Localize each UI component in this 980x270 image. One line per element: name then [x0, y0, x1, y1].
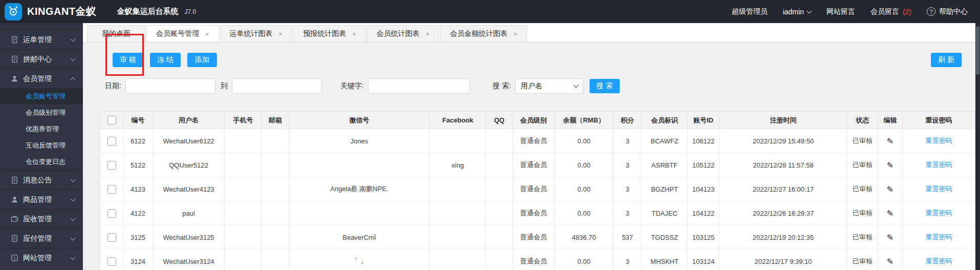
tab-forecast-stats[interactable]: 预报统计图表 × — [293, 25, 366, 42]
sidebar-subitem-member-accounts[interactable]: 会员账号管理 — [0, 88, 83, 105]
cell-wechat — [289, 153, 430, 177]
cell-points: 3 — [614, 129, 642, 153]
row-checkbox[interactable] — [107, 233, 116, 242]
close-icon[interactable]: × — [352, 30, 356, 38]
chevron-down-icon — [71, 196, 76, 201]
brand-name: KINGANT金蚁 — [27, 5, 97, 18]
select-all-cell — [100, 112, 123, 129]
cell-username: WechatUser3125 — [153, 225, 225, 250]
sidebar-item-receivable[interactable]: 应收管理 — [0, 209, 83, 229]
edit-pencil-icon[interactable]: ✎ — [887, 257, 894, 266]
reset-password-link[interactable]: 重置密码 — [926, 137, 952, 144]
edit-pencil-icon[interactable]: ✎ — [887, 209, 894, 218]
search-button[interactable]: 搜 索 — [590, 79, 620, 93]
tab-member-stats[interactable]: 会员统计图表 × — [367, 25, 440, 42]
refresh-button[interactable]: 刷 新 — [931, 53, 962, 67]
cell-username: WechatUser3124 — [153, 250, 225, 270]
row-checkbox[interactable] — [107, 209, 116, 218]
ant-logo-icon — [7, 5, 19, 19]
row-checkbox[interactable] — [107, 137, 116, 146]
select-all-checkbox[interactable] — [107, 116, 116, 124]
edit-pencil-icon[interactable]: ✎ — [887, 185, 894, 194]
search-field-label: 搜 索: — [493, 81, 511, 91]
site-messages-link[interactable]: 网站留言 — [826, 7, 855, 16]
sidebar-subitem-feedback[interactable]: 互动反馈管理 — [0, 137, 83, 154]
cell-username: WechatUser4123 — [153, 177, 225, 201]
chevron-down-icon — [71, 177, 76, 182]
column-header: 状态 — [847, 112, 878, 129]
sidebar-item-goods[interactable]: 商品管理 — [0, 190, 83, 209]
reset-cell: 重置密码 — [903, 201, 975, 225]
cell-id: 4123 — [123, 177, 153, 201]
close-icon[interactable]: × — [426, 30, 430, 38]
edit-pencil-icon[interactable]: ✎ — [887, 233, 894, 242]
cell-reg_time: 2022/12/28 11:57:58 — [720, 153, 847, 177]
cell-balance: 0.00 — [555, 201, 614, 225]
cell-account_id: 104123 — [688, 177, 720, 201]
tab-member-amount-stats[interactable]: 会员金额统计图表 × — [440, 25, 527, 42]
edit-cell: ✎ — [878, 201, 903, 225]
cell-facebook — [430, 177, 486, 201]
date-to-input[interactable] — [232, 78, 322, 94]
close-icon[interactable]: × — [205, 30, 209, 38]
sidebar-item-waybill[interactable]: 运单管理 — [0, 30, 83, 49]
table-row: 4122paul普通会员0.003TDAJEC1041222022/12/26 … — [100, 201, 975, 225]
cell-email — [262, 250, 289, 270]
scrollbar[interactable] — [975, 23, 980, 270]
table-row: 5122QQUser5122xing普通会员0.003ASRBTF1051222… — [100, 153, 975, 177]
scrollbar-thumb[interactable] — [976, 26, 979, 75]
cell-account_id: 103125 — [688, 225, 720, 250]
row-checkbox[interactable] — [107, 185, 116, 194]
sidebar-subitem-warehouse-log[interactable]: 仓位变更日志 — [0, 154, 83, 170]
close-icon[interactable]: × — [279, 30, 283, 38]
cell-reg_time: 2022/12/29 15:49:50 — [720, 129, 847, 153]
keyword-input[interactable] — [368, 78, 470, 94]
cell-id: 4122 — [123, 201, 153, 225]
reset-cell: 重置密码 — [903, 225, 975, 250]
column-header: 账号ID — [688, 112, 720, 129]
cell-phone — [225, 225, 262, 250]
close-icon[interactable]: × — [513, 30, 517, 38]
reset-password-link[interactable]: 重置密码 — [926, 257, 952, 265]
reset-password-link[interactable]: 重置密码 — [926, 185, 952, 193]
date-from-input[interactable] — [125, 78, 215, 94]
cell-status: 已审核 — [847, 129, 878, 153]
chevron-down-icon — [71, 235, 76, 240]
add-button[interactable]: 添加 — [187, 53, 217, 67]
sidebar-subitem-member-levels[interactable]: 会员级别管理 — [0, 105, 83, 121]
row-checkbox[interactable] — [107, 257, 116, 266]
tab-waybill-stats[interactable]: 运单统计图表 × — [220, 25, 293, 42]
cell-points: 3 — [614, 201, 642, 225]
sidebar-item-mail-center[interactable]: 拼邮中心 — [0, 49, 83, 69]
edit-pencil-icon[interactable]: ✎ — [887, 137, 894, 146]
chevron-down-icon — [71, 36, 76, 41]
row-checkbox[interactable] — [107, 161, 116, 170]
cell-reg_time: 2022/12/19 20:12:35 — [720, 225, 847, 250]
edit-pencil-icon[interactable]: ✎ — [887, 161, 894, 170]
reset-password-link[interactable]: 重置密码 — [926, 209, 952, 217]
cell-phone — [225, 250, 262, 270]
freeze-button[interactable]: 冻 结 — [150, 53, 181, 67]
table-header-row: 编号用户名手机号邮箱微信号FacebookQQ会员级别余额（RMB）积分会员标识… — [100, 112, 975, 129]
sidebar-item-payable[interactable]: 应付管理 — [0, 229, 83, 248]
search-field-select[interactable]: 用户名 — [515, 78, 583, 94]
sidebar-item-website[interactable]: 5 网站管理 — [0, 248, 83, 267]
reset-password-link[interactable]: 重置密码 — [926, 161, 952, 169]
tab-member-accounts[interactable]: 会员账号管理 × — [146, 25, 219, 42]
sidebar-item-member[interactable]: 会员管理 — [0, 69, 83, 88]
help-center-link[interactable]: ? 帮助中心 — [927, 7, 968, 16]
cell-reg_time: 2022/12/17 9:39:10 — [720, 250, 847, 270]
chevron-up-icon — [71, 77, 76, 82]
chevron-down-icon — [71, 255, 76, 260]
user-menu[interactable]: iadmin — [783, 8, 811, 16]
checkbox-cell — [100, 201, 123, 225]
reset-password-link[interactable]: 重置密码 — [926, 233, 952, 241]
sidebar-subitem-coupons[interactable]: 优惠券管理 — [0, 121, 83, 137]
cell-status: 已审核 — [847, 153, 878, 177]
column-header: 手机号 — [225, 112, 262, 129]
checkbox-cell — [100, 225, 123, 250]
member-messages-link[interactable]: 会员留言 (2) — [870, 7, 911, 16]
page: KINGANT金蚁 金蚁集运后台系统 J7.0 超级管理员 iadmin 网站留… — [0, 0, 980, 270]
reset-cell: 重置密码 — [903, 153, 975, 177]
sidebar-item-notice[interactable]: 消息公告 — [0, 170, 83, 190]
